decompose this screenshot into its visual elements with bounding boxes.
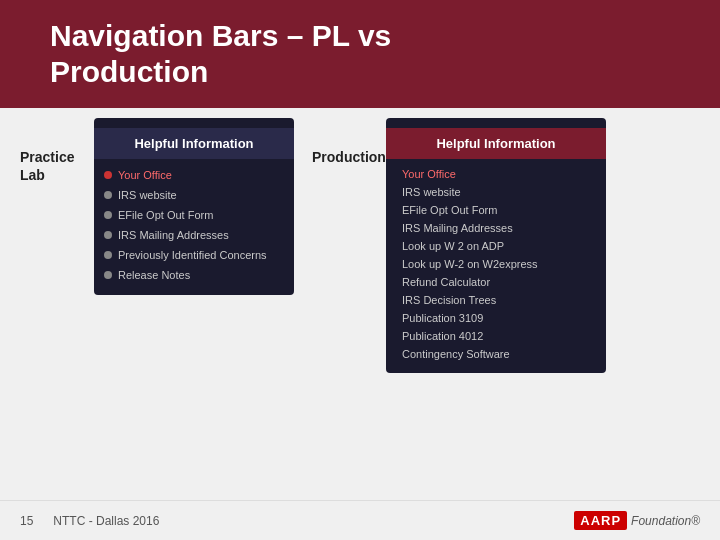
prod-nav-item-label: Your Office [402, 168, 456, 180]
aarp-logo: AARP [574, 511, 627, 530]
nav-dot-icon [104, 191, 112, 199]
pl-nav-item-label: Release Notes [118, 269, 190, 281]
production-label-area: Production [312, 118, 382, 166]
production-panel-header: Helpful Information [386, 128, 606, 159]
nav-dot-icon [104, 271, 112, 279]
practice-lab-label: PracticeLab [20, 148, 90, 184]
prod-nav-item[interactable]: Your Office [386, 165, 606, 183]
production-panel: Helpful Information Your OfficeIRS websi… [386, 118, 606, 373]
practice-lab-section: PracticeLab Helpful Information Your Off… [20, 118, 294, 528]
prod-nav-item-label: IRS Mailing Addresses [402, 222, 513, 234]
page-title: Navigation Bars – PL vs Production [50, 18, 690, 90]
prod-nav-item[interactable]: Publication 4012 [386, 327, 606, 345]
prod-nav-item[interactable]: Look up W-2 on W2express [386, 255, 606, 273]
pl-nav-item[interactable]: Previously Identified Concerns [94, 245, 294, 265]
pl-nav-item-label: IRS Mailing Addresses [118, 229, 229, 241]
prod-nav-item-label: Contingency Software [402, 348, 510, 360]
nav-dot-icon [104, 211, 112, 219]
pl-nav-item[interactable]: IRS website [94, 185, 294, 205]
pl-nav-item-label: IRS website [118, 189, 177, 201]
prod-nav-item-label: Look up W 2 on ADP [402, 240, 504, 252]
prod-nav-item-label: Look up W-2 on W2express [402, 258, 538, 270]
prod-nav-item[interactable]: Contingency Software [386, 345, 606, 363]
practice-lab-panel-header: Helpful Information [94, 128, 294, 159]
footer-bar: 15 NTTC - Dallas 2016 AARP Foundation® [0, 500, 720, 540]
prod-nav-item-label: IRS website [402, 186, 461, 198]
prod-nav-item-label: Refund Calculator [402, 276, 490, 288]
pl-nav-item[interactable]: IRS Mailing Addresses [94, 225, 294, 245]
main-content: PracticeLab Helpful Information Your Off… [0, 108, 720, 538]
footer-logo: AARP Foundation® [574, 511, 700, 530]
production-section: Production Helpful Information Your Offi… [312, 118, 606, 528]
pl-nav-item-label: Your Office [118, 169, 172, 181]
foundation-text: Foundation® [631, 514, 700, 528]
footer-left: 15 NTTC - Dallas 2016 [20, 514, 159, 528]
pl-nav-item[interactable]: Your Office [94, 165, 294, 185]
practice-lab-panel: Helpful Information Your OfficeIRS websi… [94, 118, 294, 295]
prod-nav-item-label: Publication 4012 [402, 330, 483, 342]
nav-dot-icon [104, 231, 112, 239]
prod-nav-item[interactable]: EFile Opt Out Form [386, 201, 606, 219]
nav-dot-icon [104, 171, 112, 179]
pl-nav-item-label: Previously Identified Concerns [118, 249, 267, 261]
practice-lab-label-area: PracticeLab [20, 118, 90, 184]
prod-nav-item-label: Publication 3109 [402, 312, 483, 324]
prod-nav-item[interactable]: Publication 3109 [386, 309, 606, 327]
page-number: 15 [20, 514, 33, 528]
prod-nav-item[interactable]: Look up W 2 on ADP [386, 237, 606, 255]
prod-nav-item[interactable]: IRS website [386, 183, 606, 201]
prod-nav-item-label: EFile Opt Out Form [402, 204, 497, 216]
prod-nav-item-label: IRS Decision Trees [402, 294, 496, 306]
prod-nav-item[interactable]: IRS Decision Trees [386, 291, 606, 309]
production-label: Production [312, 148, 382, 166]
pl-nav-item-label: EFile Opt Out Form [118, 209, 213, 221]
pl-nav-item[interactable]: EFile Opt Out Form [94, 205, 294, 225]
prod-nav-item[interactable]: Refund Calculator [386, 273, 606, 291]
nav-dot-icon [104, 251, 112, 259]
event-label: NTTC - Dallas 2016 [53, 514, 159, 528]
prod-nav-item[interactable]: IRS Mailing Addresses [386, 219, 606, 237]
pl-nav-item[interactable]: Release Notes [94, 265, 294, 285]
header-banner: Navigation Bars – PL vs Production [0, 0, 720, 108]
